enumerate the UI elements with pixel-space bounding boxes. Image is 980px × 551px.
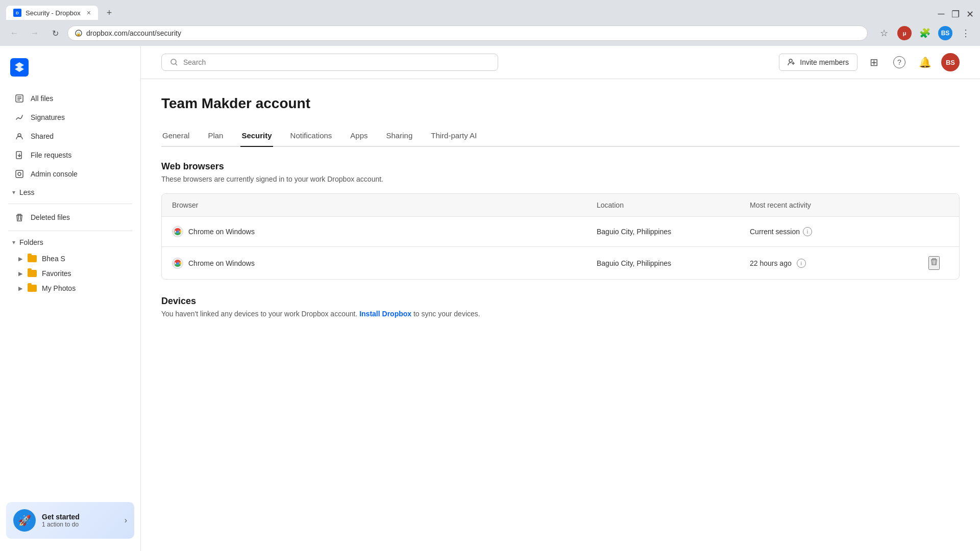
delete-session-button[interactable]	[928, 256, 940, 270]
window-controls: ─ ❐ ✕	[937, 9, 974, 17]
address-bar[interactable]: 🔒	[67, 26, 868, 41]
folders-label: Folders	[19, 238, 43, 246]
header-actions-col	[918, 194, 959, 216]
more-options-button[interactable]: ⋮	[958, 25, 974, 41]
close-window-button[interactable]: ✕	[966, 9, 974, 17]
chrome-icon-2	[172, 258, 183, 269]
sidebar-item-signatures[interactable]: Signatures	[4, 108, 136, 127]
sidebar-item-file-requests[interactable]: File requests	[4, 146, 136, 164]
sidebar-less-toggle[interactable]: ▾ Less	[4, 185, 136, 199]
person-plus-icon	[788, 58, 796, 66]
rocket-icon: 🚀	[13, 509, 36, 532]
table-row: Chrome on Windows Baguio City, Philippin…	[162, 247, 959, 279]
sidebar-item-admin-console[interactable]: Admin console	[4, 165, 136, 183]
new-tab-button[interactable]: +	[102, 6, 116, 20]
invite-members-button[interactable]: Invite members	[779, 54, 857, 71]
folder-label-favorites: Favorites	[42, 269, 71, 278]
svg-point-15	[789, 59, 792, 62]
actions-cell-1	[918, 222, 959, 241]
main-content: Invite members ⊞ ? 🔔 BS Team Makder acco…	[141, 46, 980, 551]
location-cell-1: Baguio City, Philippines	[586, 218, 740, 245]
sidebar-item-all-files[interactable]: All files	[4, 89, 136, 108]
folder-item-my-photos[interactable]: ▶ My Photos	[4, 281, 136, 295]
tab-sharing[interactable]: Sharing	[385, 126, 414, 147]
page-title: Team Makder account	[161, 95, 960, 112]
tab-plan[interactable]: Plan	[207, 126, 224, 147]
user-avatar[interactable]: BS	[941, 53, 960, 71]
sidebar-item-shared[interactable]: Shared	[4, 127, 136, 145]
tab-favicon: D	[13, 9, 21, 17]
devices-desc: You haven't linked any devices to your w…	[161, 310, 960, 318]
app-layout: All files Signatures Shared File request…	[0, 46, 980, 551]
tab-general[interactable]: General	[161, 126, 190, 147]
search-bar[interactable]	[161, 54, 498, 71]
shared-icon	[14, 131, 24, 141]
browsers-table: Browser Location Most recent activity	[161, 193, 960, 280]
url-input[interactable]	[86, 29, 860, 37]
table-row: Chrome on Windows Baguio City, Philippin…	[162, 217, 959, 247]
extensions-button[interactable]: 🧩	[917, 25, 933, 41]
tab-apps[interactable]: Apps	[349, 126, 369, 147]
tab-security[interactable]: Security	[240, 126, 273, 147]
tab-notifications[interactable]: Notifications	[289, 126, 333, 147]
forward-button[interactable]: →	[27, 25, 43, 41]
tab-third-party-ai[interactable]: Third-party AI	[430, 126, 478, 147]
search-input[interactable]	[183, 58, 489, 66]
notifications-button[interactable]: 🔔	[916, 53, 934, 71]
activity-text-2: 22 hours ago	[750, 259, 792, 267]
maximize-button[interactable]: ❐	[951, 9, 960, 17]
sidebar: All files Signatures Shared File request…	[0, 46, 141, 551]
folder-icon-my-photos	[28, 285, 37, 292]
signatures-label: Signatures	[31, 113, 65, 121]
all-files-icon	[14, 93, 24, 104]
grid-icon-button[interactable]: ⊞	[865, 53, 883, 71]
file-requests-icon	[14, 150, 24, 160]
svg-line-14	[176, 64, 177, 65]
close-tab-button[interactable]: ×	[87, 9, 91, 17]
install-dropbox-link[interactable]: Install Dropbox	[359, 310, 411, 318]
get-started-box[interactable]: 🚀 Get started 1 action to do ›	[6, 502, 134, 539]
main-header: Invite members ⊞ ? 🔔 BS	[141, 46, 980, 79]
bookmark-button[interactable]: ☆	[876, 25, 892, 41]
admin-console-icon	[14, 169, 24, 179]
devices-title: Devices	[161, 296, 960, 307]
folders-section-header[interactable]: ▾ Folders	[4, 235, 136, 249]
browser-cell-2: Chrome on Windows	[162, 248, 586, 278]
file-requests-label: File requests	[31, 151, 71, 159]
browser-chrome: D Security - Dropbox × + ─ ❐ ✕ ← → ↻ 🔒 ☆	[0, 0, 980, 46]
ublock-icon[interactable]: μ	[897, 26, 912, 40]
activity-text-1: Current session	[750, 228, 800, 236]
info-icon-1[interactable]: i	[803, 227, 812, 236]
browser-toolbar: ← → ↻ 🔒 ☆ μ 🧩 BS ⋮	[0, 21, 980, 46]
browser-name-2: Chrome on Windows	[188, 259, 255, 267]
back-button[interactable]: ←	[6, 25, 22, 41]
search-icon	[170, 58, 178, 66]
refresh-button[interactable]: ↻	[47, 25, 63, 41]
signatures-icon	[14, 112, 24, 122]
trash-icon	[929, 257, 939, 266]
help-icon-button[interactable]: ?	[890, 53, 909, 71]
header-actions: Invite members ⊞ ? 🔔 BS	[779, 53, 960, 71]
chrome-icon-1	[172, 226, 183, 237]
active-tab[interactable]: D Security - Dropbox ×	[6, 6, 98, 20]
folder-icon-bhea	[28, 255, 37, 262]
sidebar-logo[interactable]	[0, 54, 140, 89]
sidebar-item-deleted-files[interactable]: Deleted files	[4, 208, 136, 227]
header-most-recent-activity: Most recent activity	[740, 194, 918, 216]
devices-section: Devices You haven't linked any devices t…	[161, 296, 960, 318]
bell-icon: 🔔	[919, 56, 932, 68]
minimize-button[interactable]: ─	[937, 9, 945, 17]
devices-desc-before: You haven't linked any devices to your w…	[161, 310, 357, 318]
star-icon: ☆	[880, 28, 888, 39]
browser-profile-button[interactable]: BS	[938, 26, 952, 40]
chevron-down-icon: ▾	[12, 189, 15, 196]
folder-item-bhea-s[interactable]: ▶ Bhea S	[4, 252, 136, 266]
kebab-icon: ⋮	[961, 28, 970, 39]
svg-rect-11	[16, 170, 23, 178]
deleted-files-label: Deleted files	[31, 213, 70, 221]
info-icon-2[interactable]: i	[797, 259, 806, 268]
folder-item-favorites[interactable]: ▶ Favorites	[4, 266, 136, 281]
puzzle-icon: 🧩	[919, 28, 930, 39]
all-files-label: All files	[31, 94, 53, 103]
browser-name-1: Chrome on Windows	[188, 228, 255, 236]
